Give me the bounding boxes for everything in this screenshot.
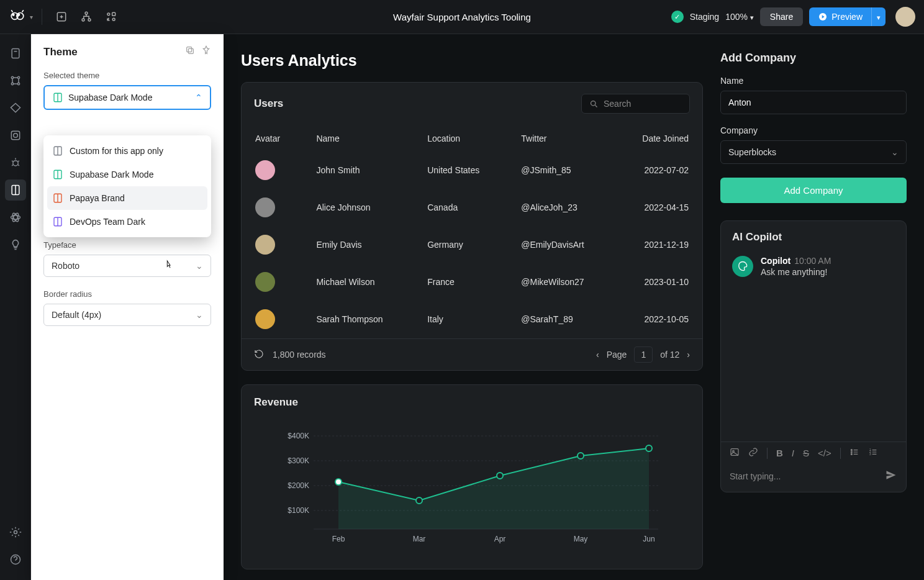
preview-button[interactable]: Preview — [809, 7, 871, 26]
app-logo[interactable] — [9, 8, 26, 25]
send-icon[interactable] — [885, 469, 897, 483]
palette-icon — [52, 145, 63, 156]
chevron-up-icon: ⌃ — [195, 93, 202, 102]
svg-text:Feb: Feb — [332, 535, 345, 543]
link-icon[interactable] — [748, 447, 758, 459]
cell-location: Canada — [415, 189, 507, 225]
theme-panel: Theme Selected theme Supabase Dark Mode … — [31, 34, 224, 580]
svg-point-56 — [851, 451, 852, 453]
nav-lightbulb-icon[interactable] — [5, 234, 26, 255]
radius-select[interactable]: Default (4px) ⌄ — [43, 304, 211, 326]
share-button[interactable]: Share — [760, 7, 803, 26]
revenue-chart: $400K $300K $200K $100K Feb Mar Apr May … — [254, 417, 690, 554]
svg-point-52 — [646, 445, 652, 451]
cell-twitter[interactable]: @MikeWilson27 — [509, 264, 614, 300]
cell-joined: 2023-01-10 — [615, 264, 701, 300]
theme-option-custom[interactable]: Custom for this app only — [43, 139, 211, 163]
company-select[interactable]: Superblocks ⌄ — [720, 140, 907, 164]
table-row[interactable]: John Smith United States @JSmith_85 2022… — [243, 152, 701, 188]
iconbar — [0, 34, 31, 580]
pin-icon[interactable] — [201, 45, 211, 58]
col-name: Name — [304, 126, 414, 151]
table-row[interactable]: Emily Davis Germany @EmilyDavisArt 2021-… — [243, 227, 701, 263]
svg-point-13 — [11, 76, 13, 78]
theme-option-papaya[interactable]: Papaya Brand — [47, 186, 207, 210]
search-placeholder: Search — [604, 99, 631, 109]
svg-text:$400K: $400K — [288, 432, 309, 440]
typeface-select[interactable]: Roboto ⌄ — [43, 255, 211, 277]
theme-option-supabase[interactable]: Supabase Dark Mode — [43, 163, 211, 186]
copy-icon[interactable] — [185, 45, 195, 58]
cell-location: Germany — [415, 227, 507, 263]
nav-theme-icon[interactable] — [5, 179, 26, 201]
add-panel-icon[interactable] — [51, 6, 72, 27]
theme-option-label: Supabase Dark Mode — [70, 170, 153, 179]
copilot-sender: Copilot — [761, 256, 790, 266]
code-icon[interactable]: </> — [818, 448, 831, 458]
copilot-avatar-icon — [732, 256, 753, 277]
add-company-button[interactable]: Add Company — [720, 178, 907, 203]
cell-twitter[interactable]: @SarahT_89 — [509, 301, 614, 337]
user-avatar[interactable] — [895, 7, 915, 27]
name-input[interactable] — [720, 91, 907, 114]
page-next-icon[interactable]: › — [687, 350, 690, 360]
svg-text:$100K: $100K — [288, 506, 309, 515]
image-icon[interactable] — [730, 447, 740, 459]
cell-twitter[interactable]: @JSmith_85 — [509, 152, 614, 188]
table-row[interactable]: Sarah Thompson Italy @SarahT_89 2022-10-… — [243, 301, 701, 337]
zoom-label[interactable]: 100% ▾ — [725, 12, 754, 22]
svg-rect-17 — [11, 131, 19, 139]
nav-tag-icon[interactable] — [5, 97, 26, 119]
cell-twitter[interactable]: @AliceJoh_23 — [509, 189, 614, 225]
svg-point-15 — [11, 83, 13, 84]
nav-help-icon[interactable] — [5, 549, 26, 570]
components-icon[interactable] — [101, 6, 122, 27]
svg-point-49 — [416, 497, 422, 504]
svg-text:Jun: Jun — [643, 535, 654, 543]
palette-icon — [52, 193, 63, 204]
nav-graph-icon[interactable] — [5, 70, 26, 91]
svg-point-57 — [851, 453, 852, 455]
page-prev-icon[interactable]: ‹ — [596, 350, 599, 360]
col-location: Location — [415, 126, 507, 151]
svg-point-7 — [88, 19, 91, 21]
table-row[interactable]: Michael Wilson France @MikeWilson27 2023… — [243, 264, 701, 300]
users-card: Users Search Avatar Name Location Twitte… — [241, 82, 703, 371]
strike-icon[interactable]: S — [803, 448, 809, 458]
cell-location: United States — [415, 152, 507, 188]
search-input[interactable]: Search — [581, 94, 690, 114]
svg-rect-12 — [12, 49, 19, 58]
records-count: 1,800 records — [273, 350, 326, 360]
nav-search-icon[interactable] — [5, 125, 26, 146]
svg-point-50 — [497, 473, 503, 479]
nav-page-icon[interactable] — [5, 43, 26, 64]
theme-select[interactable]: Supabase Dark Mode ⌃ — [43, 85, 211, 110]
cell-twitter[interactable]: @EmilyDavisArt — [509, 227, 614, 263]
copilot-input[interactable]: Start typing... — [730, 471, 781, 481]
chevron-down-icon: ⌄ — [196, 310, 203, 320]
theme-option-devops[interactable]: DevOps Team Dark — [43, 210, 211, 233]
svg-point-24 — [14, 531, 17, 534]
nav-settings-icon[interactable] — [5, 522, 26, 543]
nav-atom-icon[interactable] — [5, 207, 26, 228]
avatar — [255, 197, 275, 217]
chevron-down-icon[interactable]: ▾ — [30, 14, 33, 20]
env-label[interactable]: Staging — [690, 12, 719, 22]
italic-icon[interactable]: I — [792, 448, 794, 458]
bold-icon[interactable]: B — [776, 448, 783, 458]
avatar — [255, 272, 275, 292]
hierarchy-icon[interactable] — [76, 6, 97, 27]
col-avatar: Avatar — [243, 126, 302, 151]
svg-text:$300K: $300K — [288, 456, 309, 465]
svg-point-18 — [13, 134, 17, 138]
list-bullet-icon[interactable] — [849, 447, 859, 459]
svg-text:May: May — [574, 535, 588, 543]
table-row[interactable]: Alice Johnson Canada @AliceJoh_23 2022-0… — [243, 189, 701, 225]
svg-text:$200K: $200K — [288, 481, 309, 490]
list-number-icon[interactable]: 123 — [868, 447, 878, 459]
svg-point-51 — [578, 453, 584, 459]
preview-dropdown-button[interactable]: ▾ — [871, 7, 886, 26]
page-number[interactable]: 1 — [634, 347, 653, 363]
nav-debug-icon[interactable] — [5, 152, 26, 173]
refresh-icon[interactable] — [254, 349, 264, 361]
